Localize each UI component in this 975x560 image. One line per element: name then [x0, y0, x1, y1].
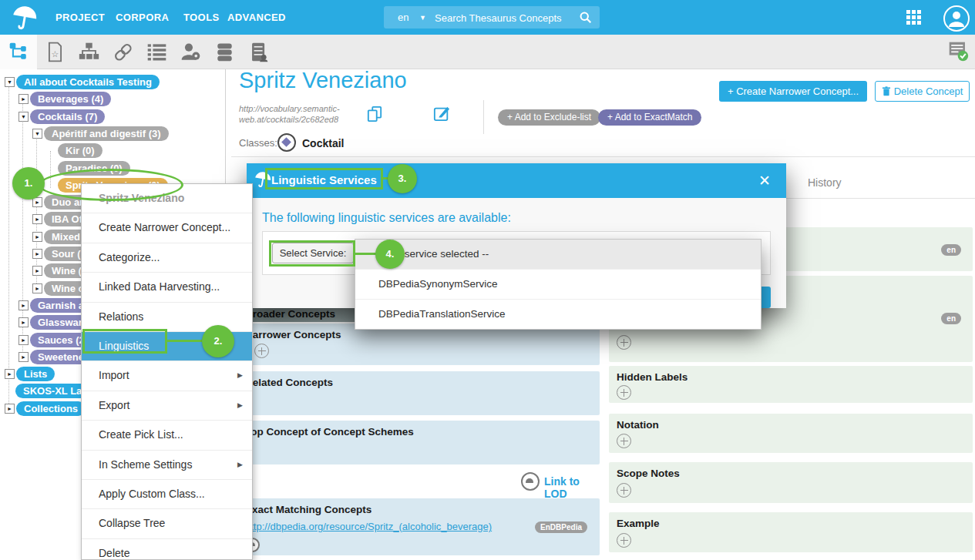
menu-item-create-narrower-concept[interactable]: Create Narrower Concept... — [82, 213, 252, 242]
nav-advanced[interactable]: ADVANCED — [227, 12, 286, 23]
expand-icon[interactable]: ► — [18, 317, 29, 327]
nav-corpora[interactable]: CORPORA — [116, 12, 169, 23]
collapse-icon[interactable]: ▼ — [32, 129, 42, 139]
section-title: Top Concept of Concept Schemes — [245, 426, 414, 438]
notation-box: Notation — [609, 414, 973, 453]
expand-icon[interactable]: ► — [32, 232, 42, 242]
database-icon[interactable] — [214, 42, 235, 62]
hidden-labels-box: Hidden Labels — [609, 366, 973, 403]
annotation-box-linguistics — [82, 329, 167, 354]
document-star-icon[interactable]: ☆ — [45, 42, 66, 62]
link-to-lod-button[interactable]: Link to LOD — [544, 475, 600, 500]
tab-history[interactable]: History — [808, 176, 842, 189]
tree-concept[interactable]: Lists — [16, 367, 55, 381]
menu-item-export[interactable]: ▶Export — [82, 391, 252, 420]
menu-item-in-scheme-settings[interactable]: ▶In Scheme Settings — [82, 450, 252, 479]
annotation-ellipse-step1 — [39, 169, 183, 201]
menu-item-apply-custom-class[interactable]: Apply Custom Class... — [82, 479, 252, 508]
tree-concept[interactable]: All about Cocktails Testing — [16, 75, 160, 89]
service-dropdown: -- No service selected --DBPediaSynonymS… — [355, 239, 762, 330]
expand-icon[interactable]: ► — [32, 266, 42, 276]
user-avatar-icon[interactable] — [943, 5, 970, 32]
class-name[interactable]: Cocktail — [302, 137, 344, 149]
nav-project[interactable]: PROJECT — [55, 12, 105, 23]
expand-icon[interactable]: ► — [18, 352, 29, 362]
tree-concept[interactable]: Apéritif and digestif (3) — [44, 126, 169, 141]
tree-concept[interactable]: Kir (0) — [58, 143, 103, 158]
collapse-icon[interactable]: ▼ — [5, 77, 15, 87]
annotation-step-3: 3. — [388, 164, 417, 193]
menu-item-create-pick-list[interactable]: Create Pick List... — [82, 420, 252, 449]
section-title: Related Concepts — [245, 377, 333, 388]
language-badge: en — [941, 313, 961, 324]
expand-icon[interactable]: ► — [32, 214, 42, 224]
report-check-icon[interactable] — [948, 41, 969, 62]
expand-icon[interactable]: ► — [18, 335, 29, 345]
copy-uri-icon[interactable] — [367, 106, 382, 122]
scope-notes-box: Scope Notes — [609, 462, 973, 503]
poolparty-logo-icon[interactable] — [8, 2, 41, 34]
search-icon[interactable] — [579, 11, 592, 24]
chevron-down-icon[interactable]: ▼ — [419, 14, 426, 22]
add-hidden-label-icon[interactable] — [617, 385, 631, 400]
list-icon[interactable] — [146, 42, 167, 62]
header-divider — [483, 100, 484, 134]
service-option[interactable]: DBPediaSynonymService — [355, 269, 761, 299]
narrower-concepts-section: Narrower Concepts — [233, 324, 600, 365]
annotation-line-step2 — [167, 340, 203, 342]
link-to-lod-row: Link to LOD — [233, 470, 600, 496]
menu-item-categorize[interactable]: Categorize... — [82, 243, 252, 272]
expand-icon[interactable]: ► — [5, 404, 15, 414]
related-concepts-section: Related Concepts — [233, 371, 600, 415]
menu-item-import[interactable]: ▶Import — [82, 360, 252, 390]
add-to-exactmatch-button[interactable]: + Add to ExactMatch — [598, 109, 701, 126]
dbpedia-link[interactable]: http://dbpedia.org/resource/Spritz_(alco… — [245, 521, 492, 532]
annotation-step-2: 2. — [202, 325, 234, 357]
delete-concept-button[interactable]: Delete Concept — [875, 81, 970, 102]
expand-icon[interactable]: ► — [18, 94, 29, 104]
module-toolbar: ☆ — [0, 35, 975, 69]
add-notation-icon[interactable] — [617, 434, 631, 448]
page-title: Spritz Veneziano — [239, 68, 407, 93]
tree-concept[interactable]: Collections — [16, 401, 86, 416]
add-to-exclude-list-button[interactable]: + Add to Exclude-list — [498, 109, 600, 126]
repository-icon[interactable] — [248, 42, 269, 62]
search-input[interactable] — [433, 8, 572, 27]
add-scope-note-icon[interactable] — [617, 483, 631, 498]
tree-row: ▼All about Cocktails Testing — [0, 74, 225, 91]
collapse-icon[interactable]: ▼ — [18, 112, 29, 122]
user-roles-icon[interactable] — [180, 42, 201, 62]
tree-concept[interactable]: Beverages (4) — [30, 92, 111, 106]
expand-icon[interactable]: ► — [18, 300, 29, 310]
tree-concept[interactable]: SKOS-XL La — [15, 384, 89, 398]
exact-matching-section: Exact Matching Concepts http://dbpedia.o… — [233, 498, 600, 555]
nav-tools[interactable]: TOOLS — [183, 12, 220, 23]
service-option[interactable]: -- No service selected -- — [355, 240, 761, 269]
tree-concept[interactable]: Cocktails (7) — [30, 109, 105, 124]
edit-icon[interactable] — [433, 105, 450, 122]
section-title: Example — [617, 518, 660, 529]
menu-item-collapse-tree[interactable]: Collapse Tree — [82, 508, 252, 538]
poolparty-app: PROJECTCORPORATOOLSADVANCED en ▼ ☆ — [0, 0, 975, 560]
service-option[interactable]: DBPediaTranslationService — [355, 299, 761, 329]
tree-row: ►Beverages (4) — [0, 91, 225, 108]
close-icon[interactable]: ✕ — [758, 172, 771, 189]
menu-item-linked-data-harvesting[interactable]: Linked Data Harvesting... — [82, 272, 252, 301]
expand-icon[interactable]: ► — [32, 283, 42, 293]
trash-icon — [882, 86, 891, 96]
expand-icon[interactable]: ► — [32, 197, 42, 207]
expand-icon[interactable]: ► — [32, 249, 42, 259]
concept-tree-icon[interactable] — [8, 42, 29, 62]
add-example-icon[interactable] — [617, 533, 631, 548]
concept-context-menu: Spritz Veneziano Create Narrower Concept… — [81, 183, 253, 560]
apps-grid-icon[interactable] — [906, 10, 922, 25]
create-narrower-concept-button[interactable]: + Create Narrower Concept... — [719, 81, 867, 102]
search-language-select[interactable]: en — [398, 12, 408, 23]
hierarchy-icon[interactable] — [79, 42, 99, 62]
expand-icon[interactable]: ► — [5, 369, 15, 379]
add-label-icon[interactable] — [617, 335, 631, 350]
linked-data-icon[interactable] — [113, 42, 133, 62]
concept-uri: http://vocabulary.semantic- web.at/cockt… — [239, 103, 362, 125]
add-narrower-icon[interactable] — [254, 344, 269, 358]
menu-item-delete[interactable]: Delete — [82, 538, 252, 560]
